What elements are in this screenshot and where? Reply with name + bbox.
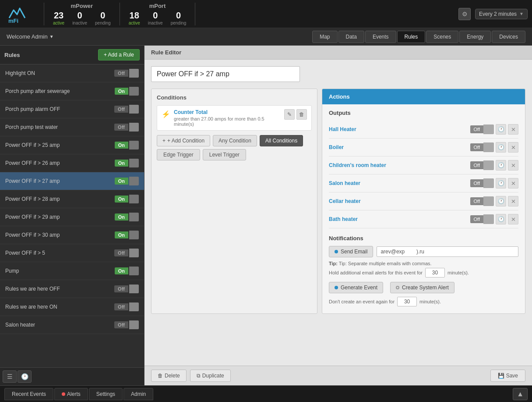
toggle-switch[interactable]: On bbox=[115, 87, 139, 96]
toggle-switch[interactable]: Off bbox=[114, 285, 139, 293]
no-event-minutes-input[interactable] bbox=[397, 297, 417, 306]
tab-settings[interactable]: Settings bbox=[89, 388, 123, 400]
outputs-title: Outputs bbox=[329, 110, 518, 116]
sidebar-item[interactable]: Power OFF if > 26 ampOn bbox=[0, 154, 144, 172]
sidebar-item[interactable]: Rules we are here ONOff bbox=[0, 298, 144, 316]
toggle-switch[interactable]: On bbox=[115, 177, 139, 185]
sidebar-footer: ☰ 🕐 bbox=[0, 367, 144, 385]
tab-map[interactable]: Map bbox=[312, 31, 337, 43]
output-toggle[interactable]: Off bbox=[470, 125, 494, 134]
toggle-switch[interactable]: On bbox=[115, 231, 139, 239]
toggle-switch[interactable]: On bbox=[115, 141, 139, 149]
sidebar-item[interactable]: Power OFF if > 5Off bbox=[0, 244, 144, 262]
sidebar-item[interactable]: Highlight ONOff bbox=[0, 64, 144, 82]
output-toggle[interactable]: Off bbox=[470, 142, 494, 152]
tab-scenes[interactable]: Scenes bbox=[426, 31, 458, 43]
output-schedule-button[interactable]: 🕐 bbox=[496, 178, 506, 189]
tab-data[interactable]: Data bbox=[338, 31, 364, 43]
output-name[interactable]: Salon heater bbox=[329, 180, 470, 186]
sidebar-item[interactable]: Power OFF if > 30 ampOn bbox=[0, 226, 144, 244]
sidebar-item[interactable]: Power OFF if > 25 ampOn bbox=[0, 136, 144, 154]
sidebar-item[interactable]: Power OFF if > 28 ampOn bbox=[0, 190, 144, 208]
tab-recent-events[interactable]: Recent Events bbox=[4, 388, 53, 400]
sidebar-item[interactable]: Porch pump test waterOff bbox=[0, 118, 144, 136]
sidebar-item-label: Highlight ON bbox=[5, 70, 114, 76]
output-item: Children's room heater Off 🕐 ✕ bbox=[329, 157, 518, 174]
collapse-bottombar-button[interactable]: ▲ bbox=[513, 388, 528, 400]
tab-rules[interactable]: Rules bbox=[397, 31, 426, 43]
output-name[interactable]: Children's room heater bbox=[329, 162, 470, 168]
output-delete-button[interactable]: ✕ bbox=[508, 196, 518, 206]
toggle-switch[interactable]: Off bbox=[114, 249, 139, 257]
sidebar-item[interactable]: Salon heaterOff bbox=[0, 316, 144, 334]
output-toggle[interactable]: Off bbox=[470, 160, 494, 170]
output-delete-button[interactable]: ✕ bbox=[508, 214, 518, 224]
output-delete-button[interactable]: ✕ bbox=[508, 160, 518, 171]
output-toggle[interactable]: Off bbox=[470, 178, 494, 188]
output-name[interactable]: Cellar heater bbox=[329, 198, 470, 204]
toggle-switch[interactable]: Off bbox=[114, 105, 139, 114]
toggle-switch[interactable]: On bbox=[115, 159, 139, 167]
sidebar-item[interactable]: Porch pump after sewerageOn bbox=[0, 82, 144, 100]
conditions-title: Conditions bbox=[157, 94, 312, 101]
rule-name-input[interactable] bbox=[151, 66, 300, 82]
refresh-interval-selector[interactable]: Every 2 minutes ▼ bbox=[475, 9, 528, 19]
output-name[interactable]: Bath heater bbox=[329, 216, 470, 222]
hold-minutes-input[interactable] bbox=[425, 268, 445, 277]
sidebar-item[interactable]: Power OFF if > 29 ampOn bbox=[0, 208, 144, 226]
delete-condition-button[interactable]: 🗑 bbox=[296, 109, 307, 120]
email-input[interactable] bbox=[377, 246, 518, 257]
toggle-switch[interactable]: Off bbox=[114, 69, 139, 78]
sidebar-item[interactable]: Rules we are here OFFOff bbox=[0, 280, 144, 298]
create-alert-button[interactable]: Create System Alert bbox=[390, 282, 454, 293]
output-delete-button[interactable]: ✕ bbox=[508, 142, 518, 153]
tab-admin[interactable]: Admin bbox=[123, 388, 153, 400]
toggle-off-label: Off bbox=[114, 124, 128, 131]
welcome-menu[interactable]: Welcome Admin ▼ bbox=[7, 33, 54, 40]
tab-events[interactable]: Events bbox=[365, 31, 396, 43]
clock-view-button[interactable]: 🕐 bbox=[18, 370, 32, 383]
condition-title[interactable]: Counter Total bbox=[174, 109, 281, 115]
toggle-switch[interactable]: Off bbox=[114, 302, 139, 311]
toggle-switch[interactable]: On bbox=[115, 267, 139, 275]
output-schedule-button[interactable]: 🕐 bbox=[496, 124, 506, 135]
output-schedule-button[interactable]: 🕐 bbox=[496, 160, 506, 171]
send-email-button[interactable]: Send Email bbox=[329, 246, 373, 257]
output-schedule-button[interactable]: 🕐 bbox=[496, 214, 506, 224]
output-controls: Off 🕐 ✕ bbox=[470, 142, 518, 153]
toggle-switch[interactable]: Off bbox=[114, 123, 139, 132]
trigger-buttons: Edge Trigger Level Trigger bbox=[157, 149, 312, 160]
output-delete-button[interactable]: ✕ bbox=[508, 124, 518, 135]
toggle-switch[interactable]: On bbox=[115, 195, 139, 203]
edit-condition-button[interactable]: ✎ bbox=[284, 109, 295, 120]
output-name[interactable]: Hall Heater bbox=[329, 126, 470, 132]
sidebar-list: Highlight ONOffPorch pump after sewerage… bbox=[0, 64, 144, 367]
level-trigger-button[interactable]: Level Trigger bbox=[203, 149, 246, 160]
output-toggle[interactable]: Off bbox=[470, 214, 494, 224]
save-rule-button[interactable]: 💾 Save bbox=[490, 370, 525, 382]
tab-devices[interactable]: Devices bbox=[492, 31, 525, 43]
delete-rule-button[interactable]: 🗑 Delete bbox=[151, 370, 187, 382]
output-schedule-button[interactable]: 🕐 bbox=[496, 196, 506, 206]
list-view-button[interactable]: ☰ bbox=[3, 370, 17, 383]
rule-editor-header: Rule Editor bbox=[144, 46, 532, 60]
tab-alerts[interactable]: Alerts bbox=[54, 388, 88, 400]
tab-energy[interactable]: Energy bbox=[459, 31, 491, 43]
any-condition-button[interactable]: Any Condition bbox=[213, 135, 257, 146]
duplicate-rule-button[interactable]: ⧉ Duplicate bbox=[190, 370, 231, 382]
edge-trigger-button[interactable]: Edge Trigger bbox=[157, 149, 200, 160]
sidebar-item[interactable]: Power OFF if > 27 ampOn bbox=[0, 172, 144, 190]
output-schedule-button[interactable]: 🕐 bbox=[496, 142, 506, 153]
output-delete-button[interactable]: ✕ bbox=[508, 178, 518, 189]
refresh-icon-btn[interactable]: ⚙ bbox=[458, 8, 471, 20]
toggle-switch[interactable]: Off bbox=[114, 320, 139, 329]
all-conditions-button[interactable]: All Conditions bbox=[260, 135, 303, 146]
add-condition-button[interactable]: + + Add Condition bbox=[157, 135, 210, 146]
output-name[interactable]: Boiler bbox=[329, 144, 470, 150]
sidebar-item[interactable]: Porch pump alarm OFFOff bbox=[0, 100, 144, 118]
output-toggle[interactable]: Off bbox=[470, 196, 494, 206]
generate-event-button[interactable]: Generate Event bbox=[329, 282, 383, 293]
add-rule-button[interactable]: + Add a Rule bbox=[98, 49, 140, 60]
toggle-switch[interactable]: On bbox=[115, 213, 139, 221]
sidebar-item[interactable]: PumpOn bbox=[0, 262, 144, 280]
